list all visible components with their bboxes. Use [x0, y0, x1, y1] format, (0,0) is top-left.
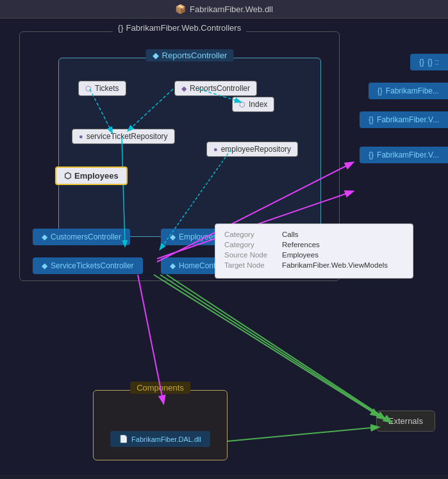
- servicetickets-controller-btn[interactable]: ◆ ServiceTicketsController: [33, 257, 143, 274]
- tooltip-row-1: Category Calls: [224, 231, 404, 238]
- reports-controller-label: ◆ ReportsController: [146, 49, 234, 61]
- main-canvas: {} FabrikamFiber.Web.Controllers ◆ Repor…: [0, 19, 448, 475]
- rb2-icon: {}: [377, 86, 383, 95]
- right-box-3[interactable]: {} FabrikamFiber.V...: [360, 111, 448, 128]
- dal-icon: 📄: [119, 435, 128, 443]
- rb4-icon: {}: [369, 150, 374, 159]
- rc-node-icon: ◆: [181, 85, 187, 93]
- index-node[interactable]: ⬡ Index: [232, 97, 274, 112]
- rb1-icon: {}: [419, 58, 424, 67]
- dll-icon: 📦: [175, 4, 186, 14]
- tooltip-row-2: Category References: [224, 241, 404, 248]
- ns-icon: {}: [118, 23, 124, 33]
- svg-line-11: [228, 427, 378, 441]
- externals-box[interactable]: Externals: [376, 410, 435, 432]
- index-icon: ⬡: [239, 101, 245, 109]
- st-icon: ●: [79, 133, 83, 140]
- reportscontroller-node[interactable]: ◆ ReportsController: [174, 81, 257, 96]
- reports-controller-box: ◆ ReportsController ⬡ Tickets ◆ ReportsC…: [58, 58, 321, 237]
- cc-icon: ◆: [42, 232, 47, 241]
- tickets-node[interactable]: ⬡ Tickets: [78, 81, 126, 96]
- components-label: Components: [130, 382, 190, 394]
- serviceticket-node[interactable]: ● serviceTicketRepository: [72, 129, 175, 144]
- er-icon: ●: [213, 145, 218, 153]
- employees-node[interactable]: ⬡ Employees: [55, 166, 128, 185]
- customers-controller-btn[interactable]: ◆ CustomersController: [33, 229, 130, 245]
- right-box-4[interactable]: {} FabrikamFiber.V...: [360, 147, 448, 163]
- tooltip-row-3: Source Node Employees: [224, 251, 404, 259]
- dal-btn[interactable]: 📄 FabrikamFiber.DAL.dll: [110, 431, 210, 447]
- rb3-icon: {}: [369, 115, 374, 124]
- title-bar: 📦 FabrikamFiber.Web.dll: [0, 0, 448, 19]
- tooltip-popup: Category Calls Category References Sourc…: [215, 223, 413, 279]
- rc-icon: ◆: [153, 51, 159, 60]
- components-box: Components 📄 FabrikamFiber.DAL.dll: [93, 390, 228, 460]
- ns-controllers-label: {} FabrikamFiber.Web.Controllers: [113, 23, 246, 33]
- right-box-2[interactable]: {} FabrikamFibe...: [369, 83, 448, 99]
- ec-icon: ◆: [170, 232, 176, 241]
- right-box-1[interactable]: {} {} ::: [410, 54, 448, 70]
- tickets-icon: ⬡: [85, 85, 92, 93]
- stc-icon: ◆: [42, 261, 47, 270]
- title-label: FabrikamFiber.Web.dll: [190, 4, 273, 14]
- hc-icon: ◆: [170, 261, 176, 270]
- employeerepository-node[interactable]: ● employeeRepository: [206, 142, 298, 157]
- tooltip-row-4: Target Node FabrikamFiber.Web.ViewModels: [224, 261, 404, 269]
- emp-icon: ⬡: [64, 171, 71, 181]
